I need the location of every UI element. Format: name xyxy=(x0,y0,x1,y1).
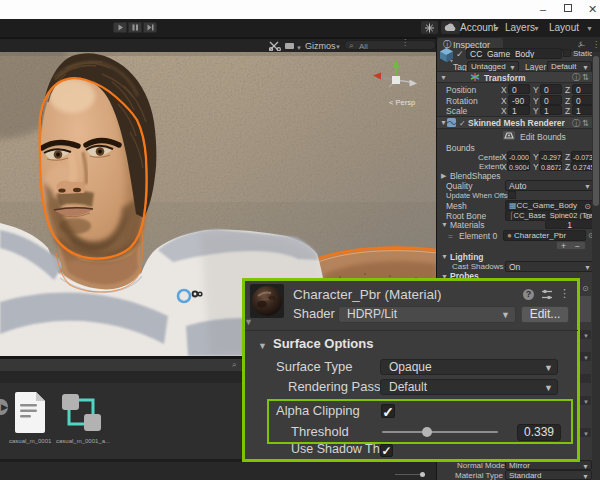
svg-text:< Persp: < Persp xyxy=(389,98,415,107)
